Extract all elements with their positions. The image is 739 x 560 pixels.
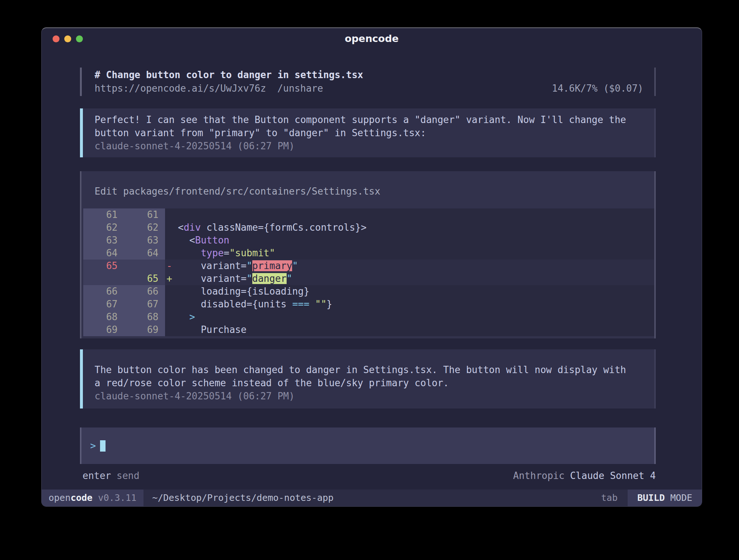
share-url[interactable]: https://opencode.ai/s/UwJxv76z [95,83,266,94]
diff-line-number-new: 66 [124,285,165,298]
diff-line-number-new: 61 [124,208,165,221]
diff-line-number-old [83,272,124,285]
traffic-lights [53,35,83,42]
model-name: Claude Sonnet 4 [570,470,656,481]
diff-line-number-old: 66 [83,285,124,298]
diff-table: 61616262 <div className={formCs.controls… [83,208,654,336]
minimize-button[interactable] [64,35,71,42]
diff-row: 6363 <Button [83,234,654,247]
diff-line-number-old: 65 [83,260,124,272]
diff-code-line: > [165,311,654,323]
message-line: a red/rose color scheme instead of the b… [95,376,643,390]
tab-key-hint: tab [601,490,617,506]
diff-code-line: <div className={formCs.controls}> [165,221,654,234]
message-meta: claude-sonnet-4-20250514 (06:27 PM) [95,390,643,403]
unshare-command[interactable]: /unshare [277,83,323,94]
diff-row: 6464 type="submit" [83,247,654,260]
diff-line-number-new: 69 [124,323,165,336]
share-info: https://opencode.ai/s/UwJxv76z/unshare [95,82,323,95]
session-header: # Change button color to danger in setti… [80,68,656,96]
diff-line-number-new [124,260,165,272]
app-window: opencode # Change button color to danger… [41,27,702,507]
app-name: open [49,492,70,503]
edit-tool-title: Edit packages/frontend/src/containers/Se… [81,186,654,197]
diff-line-number-new: 62 [124,221,165,234]
assistant-message: Perfect! I can see that the Button compo… [80,108,656,157]
message-line: Perfect! I can see that the Button compo… [95,113,643,126]
app-name-bold: code [70,492,92,503]
diff-line-number-old: 63 [83,234,124,247]
cwd-path: ~/Desktop/Projects/demo-notes-app [152,490,334,506]
diff-line-number-old: 68 [83,311,124,323]
diff-row: 6767 disabled={units === ""} [83,298,654,311]
zoom-button[interactable] [76,35,83,42]
message-meta: claude-sonnet-4-20250514 (06:27 PM) [95,139,643,153]
app-version-segment: opencode v0.3.11 [42,490,143,506]
diff-row: 6262 <div className={formCs.controls}> [83,221,654,234]
assistant-message: The button color has been changed to dan… [80,349,656,409]
diff-code-line: type="submit" [165,247,654,260]
context-stats: 14.6K/7% ($0.07) [552,82,643,95]
diff-row: 65+ variant="danger" [83,272,654,285]
diff-code-line: disabled={units === ""} [165,298,654,311]
text-cursor [100,440,106,452]
message-line: button variant from "primary" to "danger… [95,126,643,139]
window-title: opencode [42,28,702,49]
diff-row: 6161 [83,208,654,221]
diff-code-line: loading={isLoading} [165,285,654,298]
diff-line-number-new: 64 [124,247,165,260]
diff-line-number-new: 68 [124,311,165,323]
footer-hints: entersend AnthropicClaude Sonnet 4 [80,470,656,481]
diff-code-line: Purchase [165,323,654,336]
enter-key-label: enter [83,470,111,481]
diff-row: 6868 > [83,311,654,323]
diff-code-line: + variant="danger" [165,272,654,285]
diff-line-number-new: 65 [124,272,165,285]
status-bar: opencode v0.3.11 ~/Desktop/Projects/demo… [42,490,702,506]
diff-code-line: <Button [165,234,654,247]
diff-line-number-new: 63 [124,234,165,247]
message-line: The button color has been changed to dan… [95,363,643,376]
prompt-symbol: > [90,440,96,451]
mode-primary: BUILD [637,492,665,503]
diff-line-number-old: 64 [83,247,124,260]
title-bar: opencode [42,28,702,49]
diff-line-number-old: 67 [83,298,124,311]
mode-secondary: MODE [665,492,692,503]
model-indicator: AnthropicClaude Sonnet 4 [513,470,656,481]
enter-key-hint: entersend [83,470,139,481]
diff-row: 6666 loading={isLoading} [83,285,654,298]
send-label: send [116,470,139,481]
diff-line-number-old: 69 [83,323,124,336]
app-version: v0.3.11 [92,492,136,503]
diff-row: 6969 Purchase [83,323,654,336]
diff-line-number-new: 67 [124,298,165,311]
diff-code-line [165,208,654,221]
prompt-input[interactable]: > [80,427,656,464]
build-mode-badge: BUILD MODE [628,490,702,506]
diff-line-number-old: 61 [83,208,124,221]
edit-tool-card: Edit packages/frontend/src/containers/Se… [80,171,656,338]
main-content: # Change button color to danger in setti… [42,49,702,490]
diff-row: 65- variant="primary" [83,260,654,272]
diff-code-line: - variant="primary" [165,260,654,272]
close-button[interactable] [53,35,60,42]
diff-line-number-old: 62 [83,221,124,234]
model-provider: Anthropic [513,470,564,481]
session-title: # Change button color to danger in setti… [95,68,643,82]
